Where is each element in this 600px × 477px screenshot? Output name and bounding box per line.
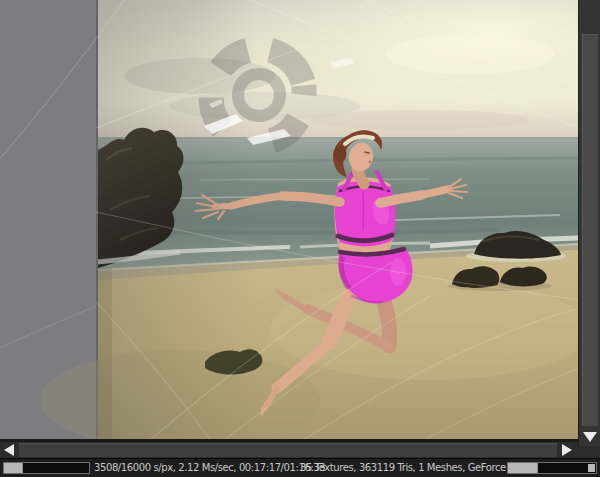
scroll-right-button[interactable] [558,442,576,458]
vertical-scrollbar[interactable] [578,0,600,446]
vertical-scrollbar-thumb[interactable] [582,34,598,426]
scroll-left-icon [4,444,14,456]
scroll-down-button[interactable] [579,428,600,446]
horizontal-scrollbar[interactable] [0,442,578,458]
aux-progress-end-marker [588,464,595,472]
aux-progress-fill [508,463,538,473]
status-bar: 3508/16000 s/px, 2.12 Ms/sec, 00:17:17/0… [0,458,600,477]
scroll-right-icon [562,444,572,456]
scrollbar-corner [578,446,600,458]
render-image [0,0,578,439]
horizontal-scrollbar-thumb[interactable] [19,443,557,457]
scroll-left-button[interactable] [0,442,18,458]
render-viewport[interactable] [0,0,578,439]
render-progress-bar [3,462,90,474]
scroll-down-icon [583,432,597,442]
render-window: 3508/16000 s/px, 2.12 Ms/sec, 00:17:17/0… [0,0,600,477]
aux-progress-bar [507,462,597,474]
render-stats-text: 3508/16000 s/px, 2.12 Ms/sec, 00:17:17/0… [94,459,325,477]
render-progress-fill [4,463,23,473]
